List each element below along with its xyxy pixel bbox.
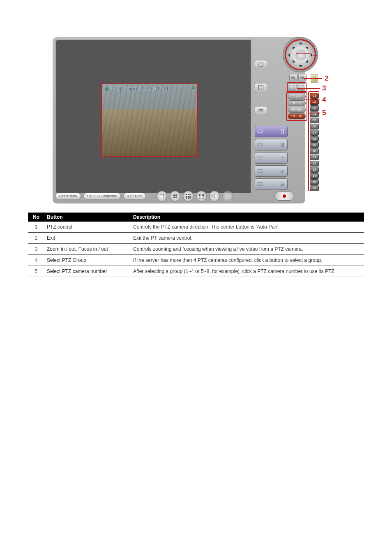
zoom-in-button[interactable] — [289, 74, 297, 81]
ptz-group-5-8[interactable]: 5 ~ 8 — [288, 100, 306, 106]
table-row: 3 Zoom in / out, Focus in / out Controls… — [28, 244, 364, 255]
ptz-cam-10[interactable]: 10 — [310, 148, 319, 154]
zoom-in-icon — [291, 75, 296, 80]
right-menu-stack — [255, 126, 288, 190]
svg-rect-12 — [258, 169, 262, 172]
ptz-cam-11[interactable]: 11 — [310, 155, 319, 160]
menu-button-1[interactable] — [255, 126, 288, 137]
callout-line — [297, 88, 320, 89]
layout-9-button[interactable] — [183, 191, 194, 201]
camera-overlay-text: [01] camera1 11:47:05 — [111, 86, 168, 91]
callout-line — [309, 113, 320, 113]
monitor-icon — [258, 155, 263, 160]
speaker-icon — [212, 194, 217, 199]
sliders-icon — [280, 142, 285, 147]
menu-button-5[interactable] — [255, 178, 288, 190]
callout-2: 2 — [325, 74, 328, 83]
svg-point-11 — [281, 157, 284, 159]
status-triangle-icon — [191, 86, 196, 89]
ptz-cam-13[interactable]: 13 — [310, 167, 319, 173]
monitor-icon — [258, 129, 263, 134]
ptz-autopan-button[interactable] — [295, 50, 306, 60]
pencil-icon — [280, 169, 285, 173]
layout-4-button[interactable] — [170, 191, 180, 201]
menu-button-3[interactable] — [255, 152, 288, 164]
focus-in-button[interactable] — [288, 83, 296, 91]
disabled-button — [222, 191, 233, 201]
ptz-cam-05[interactable]: 05 — [310, 118, 319, 123]
focus-controls — [287, 82, 307, 92]
grid9-icon — [186, 194, 191, 199]
single-view-icon — [160, 194, 164, 198]
menu-button-4[interactable] — [255, 165, 288, 177]
callout-1: 1 — [313, 50, 317, 58]
svg-rect-7 — [258, 130, 262, 133]
ptz-cam-08[interactable]: 08 — [310, 136, 319, 142]
window-icon — [258, 62, 263, 67]
status-bar: DirectDraw * 107385 Byte/sec 6.27 FPS — [55, 191, 297, 201]
svg-point-3 — [260, 110, 261, 111]
svg-rect-0 — [259, 63, 263, 66]
ptz-up-button[interactable] — [299, 40, 303, 44]
grid4-icon — [173, 194, 177, 198]
focus-in-icon — [290, 85, 295, 90]
callout-line — [304, 78, 322, 79]
callout-line — [296, 53, 311, 54]
monitor-icon — [258, 169, 263, 173]
ptz-cam-14[interactable]: 14 — [310, 173, 319, 179]
status-triangle-icon — [104, 86, 109, 90]
table-row: 4 Select PTZ Group If the server has mor… — [28, 255, 364, 266]
grid16-icon — [199, 194, 204, 199]
col-no: No — [28, 213, 44, 222]
layout-16-button[interactable] — [196, 191, 207, 201]
col-button: Button — [44, 213, 131, 222]
callout-line — [304, 99, 320, 100]
list-icon — [280, 182, 285, 187]
record-button[interactable] — [274, 192, 294, 201]
ptz-group-9-12[interactable]: 9 ~ 12 — [288, 107, 306, 113]
ptz-cam-09[interactable]: 09 — [310, 142, 319, 148]
ptz-cam-06[interactable]: 06 — [310, 124, 319, 130]
ptz-left-button[interactable] — [286, 53, 290, 57]
table-row: 5 Select PTZ camera number After selecti… — [28, 266, 364, 277]
door-icon — [280, 129, 285, 134]
ptz-camera-number-selector: 01 02 03 04 05 06 07 08 09 10 11 12 13 1… — [308, 91, 319, 191]
dvr-client-window: [01] camera1 11:47:05 — [53, 37, 305, 204]
ptz-cam-16[interactable]: 16 — [310, 185, 319, 191]
camera-view[interactable]: [01] camera1 11:47:05 — [101, 83, 198, 157]
monitor-icon — [258, 182, 263, 187]
camera-overlay-label: [01] camera1 11:47:05 — [104, 86, 168, 91]
zoom-out-button[interactable] — [298, 74, 307, 81]
record-icon — [283, 194, 286, 198]
ptz-down-button[interactable] — [299, 65, 303, 69]
fullscreen-icon — [258, 85, 263, 90]
callout-5: 5 — [322, 109, 326, 117]
ptz-cam-01[interactable]: 01 — [310, 93, 319, 99]
callout-3: 3 — [322, 84, 326, 92]
svg-rect-9 — [258, 143, 262, 146]
table-body: 1 PTZ control Controls the PTZ camera di… — [28, 222, 364, 277]
fullscreen-button[interactable] — [255, 83, 267, 92]
window-mode-button[interactable] — [255, 60, 267, 69]
ptz-group-13-16[interactable]: 13 ~ 16 — [288, 113, 306, 119]
focus-out-icon — [299, 85, 304, 90]
layout-1-button[interactable] — [157, 191, 167, 201]
snapshot-button[interactable] — [255, 106, 267, 115]
video-pane: [01] camera1 11:47:05 — [55, 39, 251, 194]
ptz-cam-15[interactable]: 15 — [310, 179, 319, 185]
focus-out-button[interactable] — [297, 83, 305, 91]
audio-button[interactable] — [209, 191, 220, 201]
svg-rect-10 — [258, 156, 262, 159]
ptz-group-selector: 1 ~ 4 5 ~ 8 9 ~ 12 13 ~ 16 — [286, 92, 307, 121]
bitrate-badge: * 107385 Byte/sec — [83, 193, 121, 199]
ptz-cam-03[interactable]: 03 — [310, 105, 319, 111]
ptz-group-1-4[interactable]: 1 ~ 4 — [288, 94, 306, 99]
zoom-controls — [289, 74, 307, 81]
ptz-control-cluster: 1 ~ 4 5 ~ 8 9 ~ 12 13 ~ 16 01 02 03 04 0… — [252, 37, 322, 204]
menu-button-2[interactable] — [255, 139, 288, 150]
col-description: Description — [131, 213, 364, 222]
ptz-cam-07[interactable]: 07 — [310, 130, 319, 136]
ptz-cam-12[interactable]: 12 — [310, 161, 319, 166]
side-buttons — [255, 60, 267, 115]
camera-icon — [258, 108, 263, 113]
